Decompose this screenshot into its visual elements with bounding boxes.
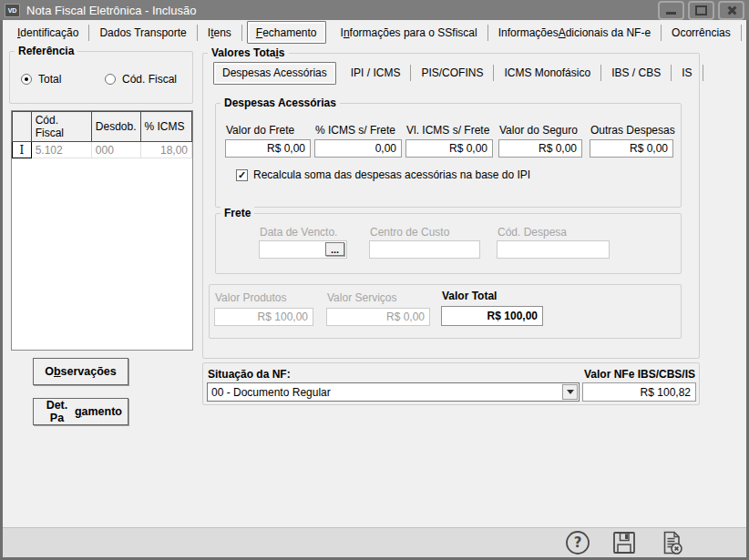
window-title: Nota Fiscal Eletrônica - Inclusão: [26, 4, 196, 17]
grid-header-desdob: Desdob.: [91, 112, 140, 142]
situacao-combobox[interactable]: 00 - Documento Regular: [207, 382, 580, 402]
radio-icon: [21, 74, 32, 85]
valor-frete-label: Valor do Frete: [226, 124, 294, 137]
date-picker-button[interactable]: ...: [325, 242, 344, 256]
situacao-panel: Situação da NF: 00 - Documento Regular V…: [202, 362, 700, 405]
grid-header-cod-fiscal: Cód. Fiscal: [31, 112, 91, 142]
table-row[interactable]: I 5.102 000 18,00: [13, 142, 192, 158]
tab-separator: [703, 65, 703, 81]
cod-despesa-input[interactable]: [497, 240, 610, 259]
tab-itens[interactable]: Itens: [198, 22, 241, 44]
vl-icms-frete-label: Vl. ICMS s/ Frete: [406, 124, 489, 137]
recalcula-checkbox[interactable]: ✓ Recalcula soma das despesas acessórias…: [236, 168, 530, 181]
window-controls: [658, 1, 744, 20]
valor-nfe-label: Valor NFe IBS/CBS/IS: [584, 368, 695, 381]
subtab-ibs-cbs[interactable]: IBS / CBS: [601, 62, 671, 84]
outras-despesas-label: Outras Despesas: [590, 124, 675, 137]
radio-cod-fiscal-label: Cód. Fiscal: [122, 73, 177, 86]
referencia-group: Referência Total Cód. Fiscal: [9, 51, 193, 104]
subtab-icms-monofasico[interactable]: ICMS Monofásico: [494, 62, 600, 84]
referencia-group-label: Referência: [15, 45, 77, 57]
grid-header-icms: % ICMS: [140, 112, 191, 142]
minimize-button[interactable]: [658, 1, 684, 20]
valores-totais-group: Valores Totais Despesas Acessórias IPI /…: [202, 53, 700, 359]
outras-despesas-input[interactable]: [590, 139, 673, 158]
valor-servicos-label: Valor Serviços: [327, 291, 396, 304]
app-icon: VD: [5, 4, 20, 17]
pct-icms-frete-label: % ICMS s/ Frete: [315, 124, 395, 137]
main-tabbar: Identificação Dados Transporte Itens Fec…: [3, 20, 746, 45]
valor-total-label: Valor Total: [442, 290, 497, 302]
record-cursor-icon: I: [13, 142, 32, 158]
vl-icms-frete-input[interactable]: [405, 139, 493, 158]
tab-separator: [241, 25, 242, 41]
pct-icms-frete-input[interactable]: [314, 139, 402, 158]
svg-text:?: ?: [574, 535, 582, 551]
maximize-icon: [695, 5, 707, 15]
radio-total-label: Total: [38, 73, 61, 86]
cell-cod-fiscal: 5.102: [31, 142, 91, 158]
valor-total-input[interactable]: [441, 306, 543, 326]
frete-group: Frete Data de Vencto. ... Centro de Cust…: [215, 213, 682, 274]
valor-seguro-input[interactable]: [498, 139, 582, 158]
despesas-acessorias-group: Despesas Acessórias Valor do Frete % ICM…: [215, 103, 682, 208]
combo-dropdown-button[interactable]: [562, 384, 578, 400]
check-icon: ✓: [236, 169, 248, 181]
tab-informacoes-adicionais[interactable]: Informações Adicionais da NF-e: [488, 22, 661, 44]
grid-header-marker: [13, 112, 32, 142]
nota-fiscal-window: VD Nota Fiscal Eletrônica - Inclusão Ide…: [0, 0, 749, 560]
dialog-content: Identificação Dados Transporte Itens Fec…: [3, 20, 746, 527]
valor-servicos-input[interactable]: [326, 308, 430, 326]
tab-informacoes-ssfiscal[interactable]: Informações para o SSfiscal: [331, 22, 487, 44]
despesas-acessorias-label: Despesas Acessórias: [221, 97, 340, 109]
observacoes-button[interactable]: Observações: [33, 358, 128, 385]
tab-identificacao[interactable]: Identificação: [7, 22, 88, 44]
valores-subtabbar: Despesas Acessórias IPI / ICMS PIS/COFIN…: [204, 60, 700, 86]
close-button[interactable]: [718, 1, 744, 20]
recalcula-checkbox-label: Recalcula soma das despesas acessórias n…: [253, 168, 530, 181]
cod-despesa-label: Cód. Despesa: [498, 226, 567, 239]
radio-icon: [105, 74, 116, 85]
chevron-down-icon: [567, 390, 574, 394]
tab-separator: [741, 25, 742, 41]
close-icon: [726, 5, 736, 15]
valor-frete-input[interactable]: [225, 139, 311, 158]
minimize-icon: [666, 12, 676, 15]
cell-icms: 18,00: [140, 142, 191, 158]
centro-custo-input[interactable]: [369, 240, 480, 259]
valor-nfe-input[interactable]: [582, 382, 696, 402]
cell-desdob: 000: [91, 142, 140, 158]
valor-produtos-label: Valor Produtos: [215, 291, 287, 304]
tab-dados-transporte[interactable]: Dados Transporte: [89, 22, 196, 44]
frete-group-label: Frete: [221, 207, 254, 219]
valor-seguro-label: Valor do Seguro: [499, 124, 578, 137]
discard-document-icon[interactable]: [657, 529, 684, 556]
maximize-button[interactable]: [688, 1, 714, 20]
subtab-is[interactable]: IS: [672, 62, 702, 84]
situacao-label: Situação da NF:: [208, 368, 291, 381]
valores-totais-label: Valores Totais: [208, 46, 289, 59]
cod-fiscal-grid[interactable]: Cód. Fiscal Desdob. % ICMS I 5.102 000 1…: [11, 110, 193, 351]
tab-ocorrencias[interactable]: Ocorrências: [662, 22, 741, 44]
save-icon[interactable]: [610, 529, 638, 556]
valor-produtos-input[interactable]: [214, 308, 313, 326]
footer-bar: ?: [3, 527, 746, 557]
centro-custo-label: Centro de Custo: [370, 226, 449, 239]
situacao-combobox-value: 00 - Documento Regular: [208, 386, 562, 399]
data-vencto-label: Data de Vencto.: [260, 226, 337, 239]
tab-fechamento[interactable]: Fechamento: [247, 21, 326, 44]
totais-panel: Valor Produtos Valor Serviços Valor Tota…: [209, 284, 682, 339]
subtab-ipi-icms[interactable]: IPI / ICMS: [341, 62, 411, 84]
grid-header-row: Cód. Fiscal Desdob. % ICMS: [13, 112, 192, 142]
help-icon[interactable]: ?: [564, 529, 591, 556]
titlebar: VD Nota Fiscal Eletrônica - Inclusão: [0, 0, 749, 20]
radio-cod-fiscal[interactable]: Cód. Fiscal: [105, 73, 177, 86]
radio-total[interactable]: Total: [21, 73, 61, 86]
det-pagamento-button[interactable]: Det. Pagamento: [33, 398, 128, 425]
subtab-despesas-acessorias[interactable]: Despesas Acessórias: [213, 62, 336, 85]
subtab-pis-cofins[interactable]: PIS/COFINS: [411, 62, 493, 84]
